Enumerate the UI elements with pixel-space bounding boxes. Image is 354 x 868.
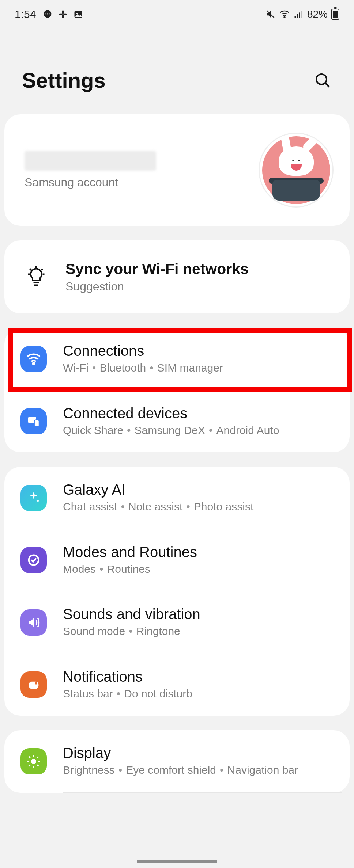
status-time: 1:54: [15, 8, 36, 20]
row-connections[interactable]: Connections Wi-Fi•Bluetooth•SIM manager: [4, 328, 350, 390]
header: Settings: [0, 24, 354, 114]
status-bar: 1:54 82%: [0, 0, 354, 24]
svg-line-22: [41, 269, 43, 270]
sound-icon: [20, 609, 47, 636]
search-button[interactable]: [313, 71, 332, 90]
svg-point-9: [76, 13, 78, 14]
row-title: Display: [63, 745, 334, 761]
photo-icon: [73, 9, 83, 19]
svg-line-37: [37, 757, 39, 758]
account-sub: Samsung account: [25, 176, 248, 189]
row-title: Modes and Routines: [63, 544, 334, 560]
row-sub: Brightness•Eye comfort shield•Navigation…: [63, 763, 334, 778]
svg-rect-4: [62, 10, 64, 14]
svg-rect-14: [299, 12, 300, 18]
svg-point-1: [45, 13, 46, 14]
wifi-icon: [279, 9, 290, 19]
svg-point-2: [47, 13, 48, 14]
svg-point-3: [49, 13, 50, 14]
row-connected-devices[interactable]: Connected devices Quick Share•Samsung De…: [4, 391, 350, 453]
svg-rect-6: [59, 14, 63, 15]
samsung-account-card[interactable]: Samsung account • •: [4, 114, 350, 226]
row-title: Sounds and vibration: [63, 606, 334, 623]
svg-rect-5: [62, 15, 64, 18]
status-left: 1:54: [15, 8, 83, 20]
row-sub: Quick Share•Samsung DeX•Android Auto: [63, 423, 334, 438]
row-title: Notifications: [63, 669, 334, 685]
row-sub: Wi-Fi•Bluetooth•SIM manager: [63, 361, 334, 376]
lightbulb-icon: [25, 266, 48, 288]
messages-icon: [42, 9, 53, 19]
svg-point-29: [31, 759, 36, 764]
row-display[interactable]: Display Brightness•Eye comfort shield•Na…: [4, 730, 350, 792]
signal-icon: [293, 9, 304, 19]
row-sounds[interactable]: Sounds and vibration Sound mode•Ringtone: [4, 591, 350, 654]
row-title: Connected devices: [63, 405, 334, 422]
avatar[interactable]: • •: [259, 133, 334, 208]
account-name-redacted: [25, 151, 156, 171]
battery-percent: 82%: [307, 8, 328, 20]
battery-icon: [331, 9, 339, 20]
svg-line-34: [29, 757, 30, 758]
divider: [63, 792, 342, 793]
status-right: 82%: [266, 8, 339, 20]
wifi-icon: [20, 346, 47, 372]
svg-line-36: [29, 765, 30, 766]
svg-rect-13: [297, 14, 298, 18]
slack-icon: [58, 9, 68, 19]
svg-point-23: [33, 362, 34, 364]
sparkle-icon: [20, 485, 47, 511]
svg-point-28: [35, 682, 37, 685]
row-sub: Modes•Routines: [63, 562, 334, 577]
row-galaxy-ai[interactable]: Galaxy AI Chat assist•Note assist•Photo …: [4, 467, 350, 529]
row-sub: Chat assist•Note assist•Photo assist: [63, 499, 334, 514]
svg-rect-12: [294, 16, 296, 18]
suggestion-sub: Suggestion: [65, 280, 249, 293]
row-sub: Sound mode•Ringtone: [63, 624, 334, 639]
suggestion-card[interactable]: Sync your Wi-Fi networks Suggestion: [4, 240, 350, 313]
svg-rect-25: [34, 420, 39, 427]
routines-icon: [20, 547, 47, 573]
home-indicator[interactable]: [137, 860, 217, 863]
row-title: Galaxy AI: [63, 481, 334, 498]
svg-point-16: [316, 74, 327, 84]
notification-icon: [20, 671, 47, 698]
svg-line-35: [37, 765, 39, 766]
avatar-image: • •: [262, 136, 330, 204]
suggestion-title: Sync your Wi-Fi networks: [65, 260, 249, 278]
svg-line-17: [325, 83, 329, 87]
svg-rect-7: [63, 14, 67, 15]
row-notifications[interactable]: Notifications Status bar•Do not disturb: [4, 654, 350, 716]
svg-line-21: [30, 269, 31, 270]
brightness-icon: [20, 748, 47, 774]
svg-rect-15: [301, 11, 302, 18]
row-sub: Status bar•Do not disturb: [63, 686, 334, 701]
devices-icon: [20, 408, 47, 434]
row-title: Connections: [63, 343, 334, 359]
page-title: Settings: [22, 68, 106, 92]
mute-icon: [266, 9, 276, 19]
svg-point-11: [284, 17, 285, 18]
row-modes-routines[interactable]: Modes and Routines Modes•Routines: [4, 529, 350, 591]
